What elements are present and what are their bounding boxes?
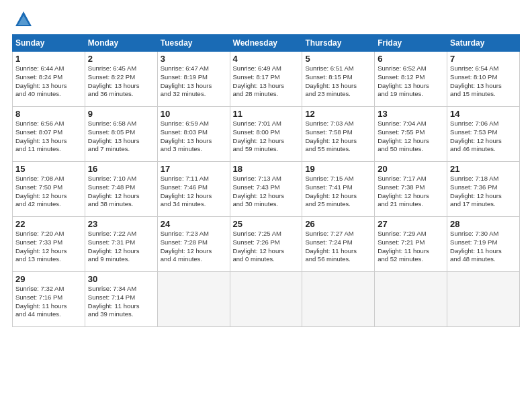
day-info: Sunrise: 7:27 AM Sunset: 7:24 PM Dayligh… [305,230,371,264]
calendar-day-cell: 28Sunrise: 7:30 AM Sunset: 7:19 PM Dayli… [447,217,520,272]
header [12,10,520,29]
weekday-header-saturday: Saturday [447,35,520,52]
weekday-header-friday: Friday [375,35,447,52]
calendar-week-row: 8Sunrise: 6:56 AM Sunset: 8:07 PM Daylig… [13,107,520,162]
day-info: Sunrise: 7:23 AM Sunset: 7:28 PM Dayligh… [161,230,227,264]
calendar-day-cell: 3Sunrise: 6:47 AM Sunset: 8:19 PM Daylig… [157,52,230,107]
day-number: 7 [450,54,517,64]
weekday-header-monday: Monday [85,35,157,52]
day-info: Sunrise: 6:54 AM Sunset: 8:10 PM Dayligh… [450,64,517,99]
calendar-day-cell [230,272,302,327]
calendar-day-cell: 5Sunrise: 6:51 AM Sunset: 8:15 PM Daylig… [302,52,375,107]
day-number: 2 [88,54,154,64]
logo-icon [14,10,33,29]
calendar-day-cell: 6Sunrise: 6:52 AM Sunset: 8:12 PM Daylig… [375,52,447,107]
day-info: Sunrise: 7:32 AM Sunset: 7:16 PM Dayligh… [15,285,82,319]
day-info: Sunrise: 7:18 AM Sunset: 7:36 PM Dayligh… [450,175,517,209]
calendar-day-cell: 10Sunrise: 6:59 AM Sunset: 8:03 PM Dayli… [157,107,230,162]
day-info: Sunrise: 7:06 AM Sunset: 7:53 PM Dayligh… [450,120,517,154]
weekday-header-sunday: Sunday [13,35,85,52]
calendar-day-cell: 17Sunrise: 7:11 AM Sunset: 7:46 PM Dayli… [157,162,230,217]
day-number: 13 [378,109,444,119]
day-info: Sunrise: 6:58 AM Sunset: 8:05 PM Dayligh… [88,120,154,154]
day-info: Sunrise: 6:45 AM Sunset: 8:22 PM Dayligh… [88,64,154,99]
calendar-week-row: 29Sunrise: 7:32 AM Sunset: 7:16 PM Dayli… [13,272,520,327]
day-info: Sunrise: 6:52 AM Sunset: 8:12 PM Dayligh… [378,64,444,99]
calendar-day-cell: 19Sunrise: 7:15 AM Sunset: 7:41 PM Dayli… [302,162,375,217]
day-number: 12 [305,109,371,119]
calendar-day-cell: 7Sunrise: 6:54 AM Sunset: 8:10 PM Daylig… [447,52,520,107]
day-number: 9 [88,109,154,119]
calendar-table: SundayMondayTuesdayWednesdayThursdayFrid… [12,34,520,327]
day-number: 3 [161,54,227,64]
day-info: Sunrise: 7:17 AM Sunset: 7:38 PM Dayligh… [378,175,444,209]
day-info: Sunrise: 7:29 AM Sunset: 7:21 PM Dayligh… [378,230,444,264]
day-info: Sunrise: 7:10 AM Sunset: 7:48 PM Dayligh… [88,175,154,209]
day-info: Sunrise: 6:44 AM Sunset: 8:24 PM Dayligh… [15,64,82,99]
day-number: 22 [15,219,82,229]
day-number: 20 [378,164,444,174]
weekday-header-tuesday: Tuesday [157,35,230,52]
day-number: 17 [161,164,227,174]
day-info: Sunrise: 7:11 AM Sunset: 7:46 PM Dayligh… [161,175,227,209]
day-info: Sunrise: 7:25 AM Sunset: 7:26 PM Dayligh… [233,230,300,264]
calendar-day-cell: 22Sunrise: 7:20 AM Sunset: 7:33 PM Dayli… [13,217,85,272]
calendar-day-cell: 11Sunrise: 7:01 AM Sunset: 8:00 PM Dayli… [230,107,302,162]
calendar-day-cell: 9Sunrise: 6:58 AM Sunset: 8:05 PM Daylig… [85,107,157,162]
calendar-day-cell: 24Sunrise: 7:23 AM Sunset: 7:28 PM Dayli… [157,217,230,272]
calendar-day-cell: 26Sunrise: 7:27 AM Sunset: 7:24 PM Dayli… [302,217,375,272]
logo [12,10,33,29]
day-info: Sunrise: 6:51 AM Sunset: 8:15 PM Dayligh… [305,64,371,99]
day-number: 30 [88,274,154,284]
calendar-day-cell: 30Sunrise: 7:34 AM Sunset: 7:14 PM Dayli… [85,272,157,327]
calendar-week-row: 22Sunrise: 7:20 AM Sunset: 7:33 PM Dayli… [13,217,520,272]
day-info: Sunrise: 6:59 AM Sunset: 8:03 PM Dayligh… [161,120,227,154]
day-number: 21 [450,164,517,174]
day-number: 4 [233,54,300,64]
calendar-day-cell: 2Sunrise: 6:45 AM Sunset: 8:22 PM Daylig… [85,52,157,107]
weekday-header-wednesday: Wednesday [230,35,302,52]
day-number: 15 [15,164,82,174]
calendar-day-cell [447,272,520,327]
day-number: 29 [15,274,82,284]
day-info: Sunrise: 7:30 AM Sunset: 7:19 PM Dayligh… [450,230,517,264]
calendar-day-cell: 15Sunrise: 7:08 AM Sunset: 7:50 PM Dayli… [13,162,85,217]
day-info: Sunrise: 7:22 AM Sunset: 7:31 PM Dayligh… [88,230,154,264]
calendar-header: SundayMondayTuesdayWednesdayThursdayFrid… [13,35,520,52]
day-number: 25 [233,219,300,229]
day-info: Sunrise: 7:04 AM Sunset: 7:55 PM Dayligh… [378,120,444,154]
day-number: 10 [161,109,227,119]
calendar-day-cell: 20Sunrise: 7:17 AM Sunset: 7:38 PM Dayli… [375,162,447,217]
day-number: 14 [450,109,517,119]
weekday-header-thursday: Thursday [302,35,375,52]
day-info: Sunrise: 6:47 AM Sunset: 8:19 PM Dayligh… [161,64,227,99]
day-number: 18 [233,164,300,174]
day-info: Sunrise: 7:03 AM Sunset: 7:58 PM Dayligh… [305,120,371,154]
weekday-header-row: SundayMondayTuesdayWednesdayThursdayFrid… [13,35,520,52]
day-number: 23 [88,219,154,229]
calendar-day-cell: 23Sunrise: 7:22 AM Sunset: 7:31 PM Dayli… [85,217,157,272]
calendar-week-row: 15Sunrise: 7:08 AM Sunset: 7:50 PM Dayli… [13,162,520,217]
day-info: Sunrise: 7:01 AM Sunset: 8:00 PM Dayligh… [233,120,300,154]
calendar-day-cell: 1Sunrise: 6:44 AM Sunset: 8:24 PM Daylig… [13,52,85,107]
calendar-week-row: 1Sunrise: 6:44 AM Sunset: 8:24 PM Daylig… [13,52,520,107]
calendar-day-cell [157,272,230,327]
day-info: Sunrise: 7:13 AM Sunset: 7:43 PM Dayligh… [233,175,300,209]
calendar-day-cell: 18Sunrise: 7:13 AM Sunset: 7:43 PM Dayli… [230,162,302,217]
calendar-day-cell: 16Sunrise: 7:10 AM Sunset: 7:48 PM Dayli… [85,162,157,217]
calendar-day-cell: 27Sunrise: 7:29 AM Sunset: 7:21 PM Dayli… [375,217,447,272]
day-number: 8 [15,109,82,119]
calendar-body: 1Sunrise: 6:44 AM Sunset: 8:24 PM Daylig… [13,52,520,327]
calendar-day-cell: 8Sunrise: 6:56 AM Sunset: 8:07 PM Daylig… [13,107,85,162]
day-info: Sunrise: 7:15 AM Sunset: 7:41 PM Dayligh… [305,175,371,209]
calendar-page: SundayMondayTuesdayWednesdayThursdayFrid… [0,0,532,411]
calendar-day-cell [375,272,447,327]
calendar-day-cell: 14Sunrise: 7:06 AM Sunset: 7:53 PM Dayli… [447,107,520,162]
day-number: 16 [88,164,154,174]
day-number: 19 [305,164,371,174]
day-number: 5 [305,54,371,64]
calendar-day-cell: 21Sunrise: 7:18 AM Sunset: 7:36 PM Dayli… [447,162,520,217]
calendar-day-cell: 12Sunrise: 7:03 AM Sunset: 7:58 PM Dayli… [302,107,375,162]
day-number: 24 [161,219,227,229]
calendar-day-cell: 25Sunrise: 7:25 AM Sunset: 7:26 PM Dayli… [230,217,302,272]
